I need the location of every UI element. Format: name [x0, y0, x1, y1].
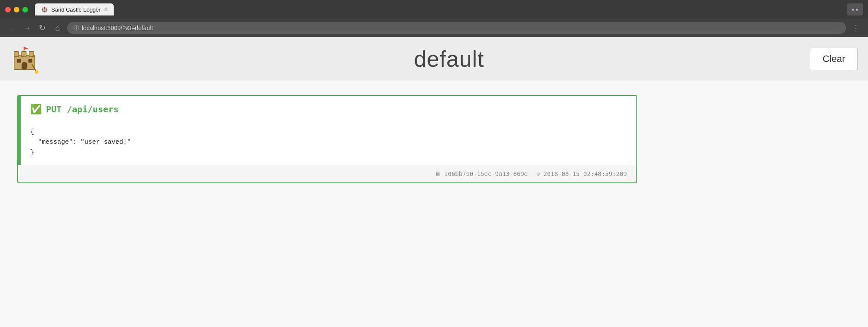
svg-marker-10: [24, 47, 29, 50]
home-button[interactable]: ⌂: [52, 22, 64, 34]
log-entry-card: ✅ PUT /api/users { "message": "user save…: [17, 95, 637, 183]
svg-rect-6: [28, 59, 32, 63]
maximize-window-button[interactable]: [22, 7, 28, 12]
log-timestamp-meta: ⊙ 2018-08-15 02:48:59:209: [536, 170, 627, 177]
address-bar[interactable]: ⓘ localhost:3009/?&t=default: [67, 22, 846, 34]
tab-close-button[interactable]: ×: [104, 6, 108, 13]
tab-favicon-icon: 🏰: [41, 6, 48, 13]
log-body: { "message": "user saved!" }: [18, 120, 636, 165]
browser-titlebar: 🏰 Sand Castle Logger × 👓: [0, 0, 868, 19]
forward-button[interactable]: →: [21, 22, 33, 34]
app-logo: [10, 44, 40, 74]
log-json-body: { "message": "user saved!" }: [30, 127, 627, 158]
reload-button[interactable]: ↻: [36, 22, 48, 34]
tab-title: Sand Castle Logger: [51, 6, 101, 13]
log-card-header: ✅ PUT /api/users: [18, 96, 636, 120]
back-button[interactable]: ←: [5, 22, 17, 34]
castle-logo-icon: [10, 44, 40, 74]
app-main: ✅ PUT /api/users { "message": "user save…: [0, 81, 868, 327]
app-header: default Clear: [0, 37, 868, 81]
minimize-window-button[interactable]: [14, 7, 19, 12]
page-title: default: [40, 46, 858, 72]
app-title-area: default: [40, 46, 858, 72]
success-icon: ✅: [30, 104, 42, 115]
browser-toolbar: ← → ↻ ⌂ ⓘ localhost:3009/?&t=default ⋮: [0, 19, 868, 37]
log-card-footer: 🖥 a06bb7b0-15ec-9a13-869e ⊙ 2018-08-15 0…: [18, 165, 636, 182]
close-window-button[interactable]: [5, 7, 11, 12]
url-text: localhost:3009/?&t=default: [82, 25, 153, 31]
log-method-text: PUT /api/users: [46, 104, 119, 114]
log-id-meta: 🖥 a06bb7b0-15ec-9a13-869e: [435, 170, 528, 177]
browser-menu-button[interactable]: ⋮: [849, 22, 863, 34]
svg-rect-1: [14, 52, 19, 57]
svg-rect-3: [29, 52, 34, 57]
clear-button[interactable]: Clear: [810, 48, 858, 70]
id-icon: 🖥: [435, 170, 441, 177]
svg-rect-4: [22, 62, 27, 70]
log-method-line: ✅ PUT /api/users: [30, 104, 627, 115]
clock-icon: ⊙: [536, 170, 540, 177]
extensions-area: 👓: [847, 3, 863, 15]
svg-point-8: [34, 70, 39, 74]
tab-bar: 🏰 Sand Castle Logger ×: [35, 3, 844, 15]
active-tab[interactable]: 🏰 Sand Castle Logger ×: [35, 3, 114, 15]
svg-rect-5: [17, 59, 21, 63]
svg-rect-2: [22, 52, 26, 57]
traffic-lights: [5, 7, 28, 12]
extension-icon: 👓: [851, 6, 859, 14]
info-icon: ⓘ: [74, 24, 79, 32]
log-id-text: a06bb7b0-15ec-9a13-869e: [444, 170, 528, 177]
log-timestamp-text: 2018-08-15 02:48:59:209: [543, 170, 627, 177]
